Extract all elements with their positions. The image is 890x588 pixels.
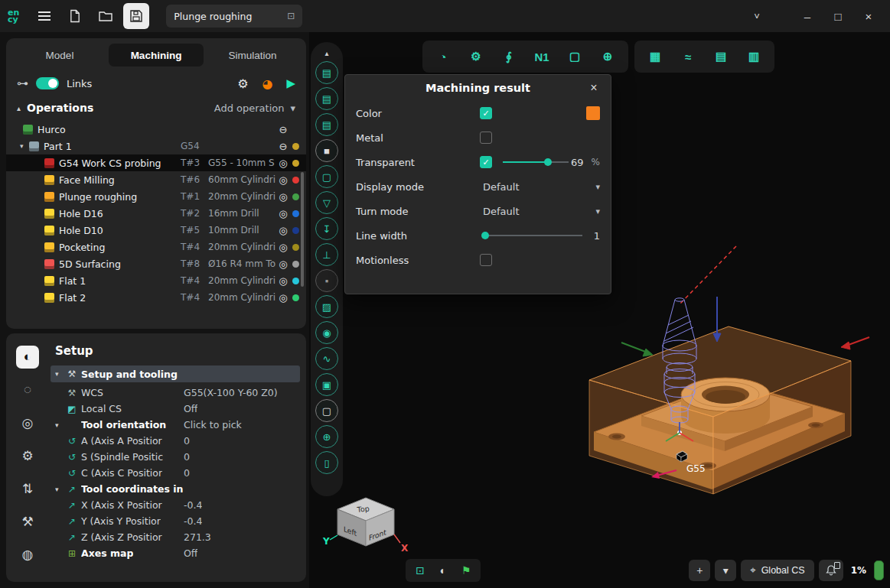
operation-color-dot[interactable] — [292, 193, 299, 200]
tools-icon[interactable]: ⚒ — [16, 510, 39, 533]
operation-visibility-icon[interactable]: ⊖ — [275, 141, 291, 152]
setup-row[interactable]: ▾ ↗ Tool coordinates in — [51, 481, 300, 497]
motionless-checkbox[interactable] — [480, 254, 492, 266]
collapse-chevron-button[interactable]: ˅ — [743, 5, 771, 28]
setup-row[interactable]: ▾ Tool orientation Click to pick — [51, 417, 300, 433]
machining-result-icon[interactable]: ◔ — [430, 44, 456, 69]
tab-simulation[interactable]: Simulation — [205, 44, 300, 67]
close-icon[interactable]: × — [585, 79, 603, 97]
setup-row[interactable]: ⚒ WCS G55(X-100 Y-60 Z0) — [51, 385, 300, 401]
operation-row[interactable]: Pocketing T#4 20mm Cylindri ◎ — [6, 239, 306, 255]
operation-color-dot[interactable] — [292, 160, 299, 167]
metal-checkbox[interactable] — [480, 132, 492, 144]
flag-icon[interactable]: ⚑ — [456, 560, 476, 580]
operation-row[interactable]: Flat 1 T#4 20mm Cylindri ◎ — [6, 272, 306, 289]
surface-icon[interactable]: ▣ — [315, 373, 338, 396]
operation-row[interactable]: G54 Work CS probing T#3 G55 - 10mm S ◎ — [6, 154, 306, 171]
result-color-swatch[interactable] — [586, 106, 600, 120]
setup-row-value[interactable]: G55(X-100 Y-60 Z0) — [184, 387, 278, 398]
operations-scrollbar[interactable] — [301, 172, 304, 287]
setup-row-value[interactable]: 0 — [184, 435, 190, 447]
stock-icon[interactable]: ▢ — [315, 165, 338, 188]
curve-icon[interactable]: ∿ — [315, 347, 338, 370]
operation-color-dot[interactable] — [292, 244, 299, 251]
operations-collapse-icon[interactable]: ▴ — [17, 104, 21, 112]
expand-chevron-icon[interactable]: ▾ — [20, 142, 29, 150]
calculator-panel-icon[interactable]: ▦ — [642, 44, 668, 69]
operation-visibility-icon[interactable]: ◎ — [275, 208, 291, 219]
transparent-checkbox[interactable] — [480, 156, 492, 168]
operation-visibility-icon[interactable]: ◎ — [275, 158, 291, 169]
section-chevron-icon[interactable]: ▾ — [55, 486, 63, 493]
save-button[interactable] — [123, 3, 149, 29]
links-toggle[interactable] — [36, 77, 59, 89]
slider-knob[interactable] — [481, 232, 489, 239]
operation-visibility-icon[interactable]: ◎ — [275, 191, 291, 203]
frame-label-icon[interactable]: N1 — [529, 44, 555, 69]
operation-row[interactable]: Flat 2 T#4 20mm Cylindri ◎ — [6, 289, 306, 306]
add-view-button[interactable]: + — [689, 560, 710, 581]
color-checkbox[interactable] — [480, 107, 492, 119]
setup-row[interactable]: ⊞ Axes map Off — [51, 545, 300, 561]
operation-row[interactable]: Face Milling T#6 60mm Cylindri ◎ — [6, 171, 306, 188]
setup-row-value[interactable]: Off — [184, 403, 197, 414]
stock-definition-icon[interactable]: ◌ — [16, 378, 39, 401]
setup-row[interactable]: ↺ A (Axis A Positior 0 — [51, 433, 300, 449]
turn-mode-chevron-icon[interactable]: ▾ — [595, 206, 600, 216]
setup-row-value[interactable]: Click to pick — [184, 419, 242, 430]
sim-machine-axes-icon[interactable]: ▤ — [315, 87, 338, 110]
fit-view-icon[interactable]: ⊡ — [410, 560, 430, 580]
mouse-mode-icon[interactable]: ▯ — [315, 451, 338, 474]
mesh-icon[interactable]: ▢ — [315, 399, 338, 422]
open-file-button[interactable] — [93, 3, 119, 29]
filter-icon[interactable]: ▽ — [315, 191, 338, 214]
slider-knob[interactable] — [544, 158, 552, 166]
setup-workpiece-icon[interactable]: ◐ — [16, 346, 39, 369]
operation-row[interactable]: 5D Surfacing T#8 Ø16 R4 mm To ◎ — [6, 255, 306, 272]
print-report-icon[interactable]: ▤ — [708, 44, 734, 69]
workpiece-settings-icon[interactable]: ⚙ — [463, 44, 489, 69]
document-name-box[interactable]: Plunge roughing ⊡ — [166, 5, 302, 28]
shading-mode-icon[interactable]: ◐ — [433, 560, 453, 580]
sim-machine-icon[interactable]: ▤ — [315, 61, 338, 84]
setup-row-value[interactable]: -0.4 — [184, 499, 202, 511]
setup-row-value[interactable]: -0.4 — [184, 515, 202, 527]
operation-row[interactable]: Hurco ⊖ — [6, 121, 306, 138]
point-icon[interactable]: ◉ — [315, 321, 338, 344]
operation-row[interactable]: Hole D16 T#2 16mm Drill ◎ — [6, 205, 306, 222]
display-mode-select[interactable]: Default — [483, 181, 520, 193]
setup-row-value[interactable]: Off — [184, 547, 197, 559]
maximize-button[interactable]: □ — [824, 5, 852, 28]
sphere-icon[interactable]: ⊕ — [315, 425, 338, 448]
stop-icon[interactable]: ■ — [315, 139, 338, 162]
close-button[interactable]: × — [855, 5, 882, 28]
setup-row[interactable]: ↗ Z (Axis Z Positior 271.3 — [51, 529, 300, 545]
tool-holder-icon[interactable]: ⊥ — [315, 243, 338, 266]
global-cs-button[interactable]: ⌖ Global CS — [741, 560, 813, 581]
reorder-icon[interactable]: ⇅ — [16, 477, 39, 500]
tab-machining[interactable]: Machining — [109, 44, 204, 67]
turn-mode-select[interactable]: Default — [483, 206, 520, 217]
operation-color-dot[interactable] — [292, 177, 299, 184]
operation-visibility-icon[interactable]: ⊖ — [275, 124, 291, 135]
tool-add-icon[interactable]: ⊕ — [595, 44, 621, 69]
setup-row[interactable]: ◩ Local CS Off — [51, 401, 300, 417]
operation-color-dot[interactable] — [292, 143, 299, 150]
cutting-tool-icon[interactable]: ↧ — [315, 217, 338, 240]
section-chevron-icon[interactable]: ▾ — [55, 421, 63, 429]
setup-row[interactable]: ▾ ⚒ Setup and tooling — [51, 365, 300, 382]
recalculate-icon[interactable]: ◕ — [262, 76, 272, 91]
setup-row[interactable]: ↺ C (Axis C Positior 0 — [51, 465, 300, 481]
operation-color-dot[interactable] — [292, 210, 299, 217]
add-operation-button[interactable]: Add operation ▾ — [214, 102, 295, 114]
operation-visibility-icon[interactable]: ◎ — [275, 242, 291, 253]
machine-status-indicator[interactable] — [874, 560, 884, 580]
operation-visibility-icon[interactable]: ◎ — [275, 275, 291, 287]
minimize-button[interactable]: – — [794, 5, 821, 28]
state-icon[interactable]: ◍ — [16, 543, 39, 566]
main-menu-button[interactable] — [31, 3, 57, 29]
machine-settings-icon[interactable]: ⚙ — [16, 444, 39, 467]
new-file-button[interactable] — [62, 3, 88, 29]
line-width-slider[interactable] — [483, 230, 582, 241]
operation-row[interactable]: Plunge roughing T#1 20mm Cylindri ◎ — [6, 188, 306, 205]
